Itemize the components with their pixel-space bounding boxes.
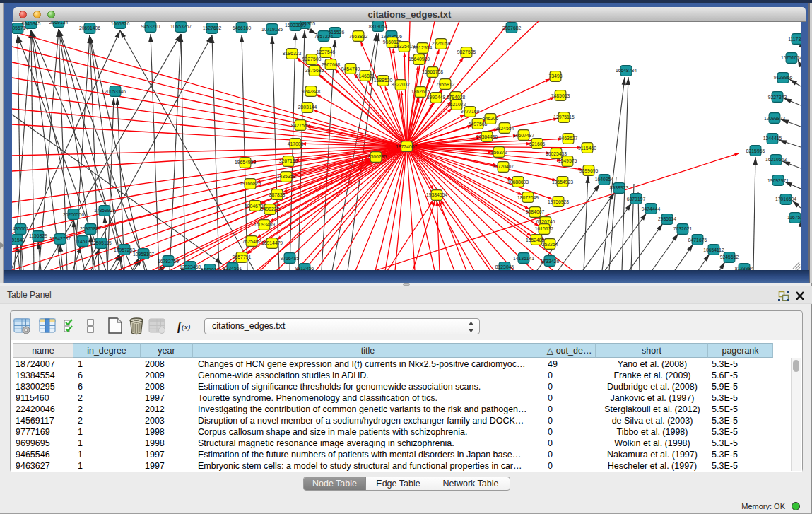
svg-text:9546345: 9546345 [22,21,41,26]
svg-text:2087682: 2087682 [502,25,522,30]
svg-text:10688603: 10688603 [507,180,529,185]
svg-text:1156829: 1156829 [29,233,47,238]
svg-text:856372: 856372 [491,150,507,155]
svg-text:9146821: 9146821 [356,74,375,78]
svg-text:12923468: 12923468 [180,264,201,269]
svg-text:10607487: 10607487 [513,133,534,138]
svg-text:8454749: 8454749 [341,66,360,71]
svg-text:6120746: 6120746 [536,219,555,224]
svg-text:8427552: 8427552 [291,123,310,128]
svg-text:19654923: 19654923 [552,180,573,185]
svg-text:6466160: 6466160 [233,25,252,30]
svg-text:8471676: 8471676 [688,238,707,243]
svg-text:9242848: 9242848 [302,89,321,94]
svg-text:6794028: 6794028 [447,95,466,100]
svg-text:19756928: 19756928 [548,199,569,204]
svg-text:9827505: 9827505 [457,49,476,54]
svg-text:15720407: 15720407 [493,164,514,169]
svg-text:8215955: 8215955 [746,148,765,153]
svg-text:7632621: 7632621 [673,226,693,231]
svg-text:10025433: 10025433 [546,151,567,156]
svg-text:1615132: 1615132 [535,226,554,231]
svg-text:17359928: 17359928 [94,208,115,213]
svg-text:7857224: 7857224 [314,34,334,39]
svg-text:1065326: 1065326 [111,21,130,26]
svg-text:17016504: 17016504 [775,197,796,201]
svg-text:887833: 887833 [269,192,286,197]
svg-text:2935114: 2935114 [658,216,676,221]
svg-text:16210643: 16210643 [765,157,787,162]
svg-text:20053346: 20053346 [105,89,126,94]
svg-text:(x): (x) [182,322,191,332]
svg-text:7663822: 7663822 [349,34,368,39]
svg-text:9657791: 9657791 [233,255,252,259]
svg-text:8813054: 8813054 [369,24,388,29]
svg-text:1621072: 1621072 [447,102,466,107]
svg-text:3824554: 3824554 [495,126,514,131]
svg-text:12505115: 12505115 [90,240,112,245]
svg-text:18300295: 18300295 [365,154,387,159]
svg-text:1549575: 1549575 [558,158,577,163]
svg-text:13325419: 13325419 [394,44,415,49]
svg-text:8186323: 8186323 [283,51,302,56]
svg-text:10958107: 10958107 [133,252,154,257]
svg-text:9084067: 9084067 [526,209,545,214]
svg-text:116753: 116753 [787,215,801,220]
svg-text:1117345: 1117345 [788,37,801,42]
svg-text:18724007: 18724007 [396,144,417,149]
svg-text:16914479: 16914479 [261,240,283,245]
svg-text:9453210: 9453210 [141,24,160,29]
svg-text:417006: 417006 [288,141,304,146]
svg-text:2967608: 2967608 [322,62,341,67]
svg-text:9129966: 9129966 [774,75,793,80]
svg-text:1435359: 1435359 [277,174,296,179]
svg-text:12942737: 12942737 [49,236,71,241]
svg-text:19384554: 19384554 [426,192,447,197]
svg-text:2226058: 2226058 [432,41,451,46]
svg-text:15751074: 15751074 [781,55,801,60]
svg-text:546206: 546206 [483,116,499,121]
svg-text:2069134: 2069134 [49,21,69,25]
svg-text:2803144: 2803144 [298,105,317,110]
svg-text:73493: 73493 [549,74,563,78]
svg-text:12093873: 12093873 [764,116,785,121]
svg-text:15640910: 15640910 [408,57,430,62]
svg-text:1588520: 1588520 [374,78,393,83]
svg-text:7955812: 7955812 [436,82,455,87]
svg-text:9463627: 9463627 [559,136,578,141]
svg-text:16782759: 16782759 [158,259,179,264]
svg-text:9327508: 9327508 [302,57,322,62]
svg-text:16961758: 16961758 [422,69,443,74]
svg-text:10653267: 10653267 [170,24,192,29]
svg-text:8938923: 8938923 [610,185,629,190]
svg-text:1733426: 1733426 [541,259,560,264]
svg-text:16033809: 16033809 [285,23,306,28]
svg-text:391540: 391540 [12,238,25,243]
svg-text:19166825: 19166825 [240,181,261,186]
svg-text:20691406: 20691406 [79,25,100,30]
svg-text:12975115: 12975115 [553,115,575,119]
svg-text:3875685: 3875685 [305,68,324,73]
svg-text:19692971: 19692971 [767,178,789,183]
svg-text:3267130: 3267130 [279,158,298,163]
svg-text:114519: 114519 [75,239,90,244]
svg-text:10654112: 10654112 [703,247,724,252]
svg-text:621606: 621606 [529,141,546,146]
svg-text:20206556: 20206556 [63,212,84,217]
svg-text:435061: 435061 [13,226,29,231]
svg-text:14136141: 14136141 [513,256,534,261]
svg-text:8322037: 8322037 [392,82,411,87]
svg-text:9699695: 9699695 [579,168,599,173]
svg-text:8123045: 8123045 [495,264,514,269]
svg-text:1362615: 1362615 [411,89,430,94]
svg-text:6497568: 6497568 [469,122,488,127]
svg-text:252254: 252254 [542,242,558,247]
svg-text:1527602: 1527602 [203,25,222,30]
svg-text:10719185: 10719185 [261,27,283,32]
svg-text:9777169: 9777169 [461,109,480,114]
svg-text:17957253: 17957253 [114,247,135,252]
svg-text:8912954: 8912954 [413,45,433,50]
svg-text:16093489: 16093489 [254,222,275,227]
svg-text:8990448: 8990448 [427,95,446,100]
svg-text:20975887: 20975887 [80,226,101,231]
